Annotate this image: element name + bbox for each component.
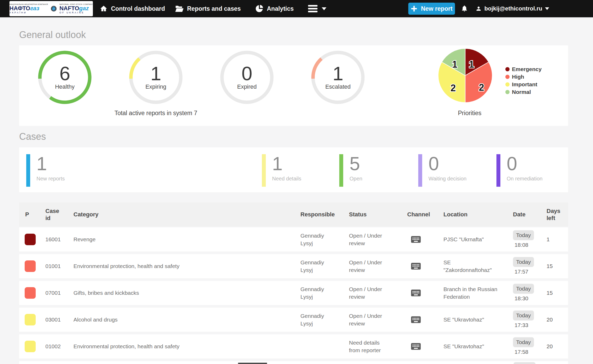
date-time: 17:58 (513, 348, 547, 356)
expired-count: 0 (241, 65, 252, 83)
cell-case-id: 07001 (45, 289, 73, 297)
header-status: Status (349, 211, 407, 218)
header-date: Date (513, 211, 547, 218)
expiring-count: 1 (150, 65, 161, 83)
on-remediation-label: On remediation (507, 176, 543, 182)
date-time: 18:08 (513, 241, 547, 249)
need-details-count: 1 (272, 154, 301, 173)
nav-more-menu[interactable] (308, 0, 326, 17)
priorities-legend: Emergency High Important Normal (505, 66, 542, 97)
pie-value-important: 2 (451, 83, 456, 93)
new-report-button[interactable]: New report (408, 3, 455, 15)
expiring-label: Expiring (145, 83, 166, 90)
home-icon (100, 5, 108, 13)
cell-status: Need details from reporter (349, 339, 407, 354)
user-menu[interactable]: bojkij@ethicontrol.ru (475, 0, 549, 17)
cell-responsible: Gennadiy Lysyj (300, 232, 349, 247)
cell-case-id: 03001 (45, 316, 73, 323)
logo-en-country: OF UKRAINE (59, 12, 93, 14)
escalated-label: Escalated (325, 83, 351, 90)
cell-category: Revenge (73, 235, 300, 243)
stat-on-remediation: 0 On remediation (496, 154, 543, 187)
healthy-count: 6 (59, 65, 70, 83)
header-responsible: Responsible (300, 211, 349, 218)
cell-date: Today 17:58 (513, 337, 547, 356)
nav-reports-and-cases[interactable]: Reports and cases (175, 0, 241, 17)
priority-chip (25, 341, 36, 352)
naftogaz-emblem-icon (51, 3, 57, 14)
cell-category: Environmental protection, health and saf… (73, 262, 300, 270)
cell-days-left: 20 (547, 316, 568, 323)
cases-title: Cases (19, 131, 46, 142)
partial-table-row[interactable] (19, 361, 568, 364)
general-outlook-card: 6 Healthy 1 Expiring 0 Expired 1 Escalat… (19, 45, 568, 126)
header-category: Category (73, 211, 300, 218)
stat-bar-waiting-decision (418, 154, 422, 187)
cell-date: Today 18:30 (513, 284, 547, 302)
expired-label: Expired (237, 83, 257, 90)
nav-analytics[interactable]: Analytics (255, 0, 294, 17)
keyboard-channel-icon (409, 234, 423, 245)
waiting-decision-label: Waiting decision (428, 176, 467, 182)
date-badge: Today (513, 337, 534, 347)
cases-card: 1 New reports 1 Need details 5 Open 0 Wa… (19, 147, 568, 192)
cell-status: Open / Under review (349, 259, 407, 274)
nav-control-dashboard[interactable]: Control dashboard (100, 0, 165, 17)
date-time: 17:57 (513, 268, 547, 275)
cell-location: Branch in the Russian Federation (443, 285, 513, 301)
table-row[interactable]: 01002 Environmental protection, health a… (19, 334, 568, 358)
legend-important-label: Important (512, 82, 537, 87)
nav-reports-and-cases-label: Reports and cases (187, 5, 241, 12)
cases-table: P Case id Category Responsible Status Ch… (19, 202, 568, 361)
priority-chip (25, 314, 36, 325)
open-label: Open (350, 176, 362, 182)
cell-case-id: 01001 (45, 262, 73, 270)
chevron-down-icon (545, 7, 549, 10)
keyboard-channel-icon (409, 260, 423, 272)
header-priority: P (19, 211, 45, 218)
keyboard-channel-icon (409, 341, 423, 352)
date-badge: Today (513, 311, 534, 320)
table-row[interactable]: 16001 Revenge Gennadiy Lysyj Open / Unde… (19, 227, 568, 251)
cell-status: Open / Under review (349, 232, 407, 247)
cell-date: Today 18:08 (513, 230, 547, 249)
header-location: Location (443, 211, 513, 218)
pie-value-high: 2 (479, 82, 484, 93)
hamburger-menu-icon (308, 5, 317, 12)
cell-responsible: Gennadiy Lysyj (300, 312, 349, 328)
notifications-button[interactable] (461, 4, 468, 14)
priorities-pie-svg: 1 2 2 1 (411, 49, 519, 103)
table-row[interactable]: 01001 Environmental protection, health a… (19, 254, 568, 278)
healthy-label: Healthy (55, 83, 75, 90)
legend-item-important: Important (505, 82, 542, 87)
pie-value-normal: 1 (452, 59, 457, 70)
keyboard-channel-icon (409, 287, 423, 299)
cell-status: Open / Under review (349, 312, 407, 328)
nav-control-dashboard-label: Control dashboard (111, 5, 165, 12)
user-email: bojkij@ethicontrol.ru (484, 5, 542, 12)
priority-chip (25, 287, 36, 299)
stat-bar-open (339, 154, 343, 187)
donut-expired: 0 Expired (220, 50, 274, 104)
header-days-left: Days left (547, 207, 568, 222)
folder-icon (175, 5, 184, 13)
naftogaz-logo[interactable]: НАЦІОНАЛЬНА АКЦІОНЕРНА КОМПАНІЯ НАФТОгаз… (9, 1, 93, 16)
cell-location: SE "Ukravtohaz" (443, 316, 513, 323)
on-remediation-count: 0 (507, 154, 543, 173)
escalated-count: 1 (332, 65, 343, 83)
pie-chart-icon (255, 4, 263, 13)
partial-row-element (238, 363, 267, 364)
cell-case-id: 01002 (45, 342, 73, 350)
cell-date: Today 17:57 (513, 257, 547, 275)
top-navbar: НАЦІОНАЛЬНА АКЦІОНЕРНА КОМПАНІЯ НАФТОгаз… (0, 0, 593, 17)
priorities-pie-chart: 1 2 2 1 (411, 49, 519, 103)
logo-en-name-accent: gaz (79, 5, 89, 12)
table-header-row: P Case id Category Responsible Status Ch… (19, 202, 568, 227)
keyboard-channel-icon (409, 314, 423, 325)
cell-responsible: Gennadiy Lysyj (300, 285, 349, 301)
cell-date: Today 17:33 (513, 311, 547, 329)
date-time: 17:33 (513, 321, 547, 329)
new-reports-count: 1 (36, 154, 65, 173)
table-row[interactable]: 07001 Gifts, bribes and kickbacks Gennad… (19, 281, 568, 305)
table-row[interactable]: 03001 Alcohol and drugs Gennadiy Lysyj O… (19, 308, 568, 332)
